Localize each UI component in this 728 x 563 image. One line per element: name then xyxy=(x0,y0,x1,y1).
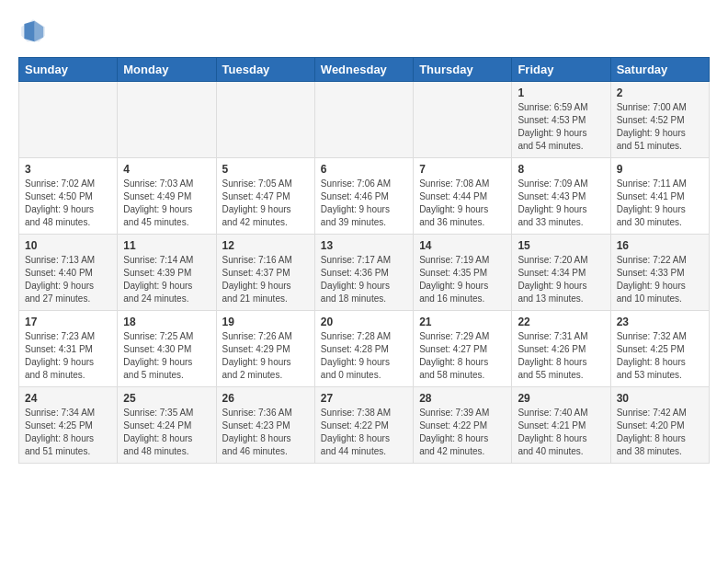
day-number: 21 xyxy=(419,316,506,328)
day-cell: 24Sunrise: 7:34 AM Sunset: 4:25 PM Dayli… xyxy=(19,387,118,464)
day-number: 22 xyxy=(518,316,604,328)
day-cell: 16Sunrise: 7:22 AM Sunset: 4:33 PM Dayli… xyxy=(610,235,709,311)
day-number: 15 xyxy=(518,239,604,252)
day-header-thursday: Thursday xyxy=(414,58,512,82)
day-info: Sunrise: 7:16 AM Sunset: 4:37 PM Dayligh… xyxy=(222,254,309,305)
day-cell: 29Sunrise: 7:40 AM Sunset: 4:21 PM Dayli… xyxy=(512,387,610,464)
day-cell: 22Sunrise: 7:31 AM Sunset: 4:26 PM Dayli… xyxy=(512,311,610,387)
day-number: 9 xyxy=(617,163,703,176)
day-info: Sunrise: 7:00 AM Sunset: 4:52 PM Dayligh… xyxy=(617,101,703,153)
day-info: Sunrise: 7:28 AM Sunset: 4:28 PM Dayligh… xyxy=(321,330,407,382)
day-cell: 17Sunrise: 7:23 AM Sunset: 4:31 PM Dayli… xyxy=(19,311,118,387)
day-number: 29 xyxy=(518,392,604,405)
week-row-3: 17Sunrise: 7:23 AM Sunset: 4:31 PM Dayli… xyxy=(19,311,710,387)
day-info: Sunrise: 7:06 AM Sunset: 4:46 PM Dayligh… xyxy=(321,178,407,229)
day-info: Sunrise: 7:42 AM Sunset: 4:20 PM Dayligh… xyxy=(617,407,703,458)
day-number: 26 xyxy=(222,392,309,405)
day-info: Sunrise: 7:20 AM Sunset: 4:34 PM Dayligh… xyxy=(518,254,604,305)
day-cell: 20Sunrise: 7:28 AM Sunset: 4:28 PM Dayli… xyxy=(314,311,413,387)
day-info: Sunrise: 7:03 AM Sunset: 4:49 PM Dayligh… xyxy=(123,178,210,229)
svg-marker-2 xyxy=(24,21,34,41)
day-cell: 12Sunrise: 7:16 AM Sunset: 4:37 PM Dayli… xyxy=(216,235,314,311)
day-info: Sunrise: 6:59 AM Sunset: 4:53 PM Dayligh… xyxy=(518,101,604,153)
day-number: 30 xyxy=(617,392,703,405)
day-cell: 2Sunrise: 7:00 AM Sunset: 4:52 PM Daylig… xyxy=(610,82,709,158)
day-info: Sunrise: 7:23 AM Sunset: 4:31 PM Dayligh… xyxy=(25,330,111,382)
week-row-1: 3Sunrise: 7:02 AM Sunset: 4:50 PM Daylig… xyxy=(19,158,710,235)
day-cell: 23Sunrise: 7:32 AM Sunset: 4:25 PM Dayli… xyxy=(610,311,709,387)
day-cell: 21Sunrise: 7:29 AM Sunset: 4:27 PM Dayli… xyxy=(414,311,512,387)
day-cell: 4Sunrise: 7:03 AM Sunset: 4:49 PM Daylig… xyxy=(118,158,216,235)
day-info: Sunrise: 7:14 AM Sunset: 4:39 PM Dayligh… xyxy=(123,254,210,305)
day-header-saturday: Saturday xyxy=(610,58,709,82)
day-header-monday: Monday xyxy=(118,58,216,82)
day-info: Sunrise: 7:31 AM Sunset: 4:26 PM Dayligh… xyxy=(518,330,604,382)
day-cell: 3Sunrise: 7:02 AM Sunset: 4:50 PM Daylig… xyxy=(19,158,118,235)
day-info: Sunrise: 7:40 AM Sunset: 4:21 PM Dayligh… xyxy=(518,407,604,458)
day-cell xyxy=(216,82,314,158)
day-number: 27 xyxy=(321,392,407,405)
day-cell xyxy=(414,82,512,158)
day-info: Sunrise: 7:17 AM Sunset: 4:36 PM Dayligh… xyxy=(321,254,407,305)
day-info: Sunrise: 7:39 AM Sunset: 4:22 PM Dayligh… xyxy=(419,407,506,458)
day-header-wednesday: Wednesday xyxy=(314,58,413,82)
day-info: Sunrise: 7:32 AM Sunset: 4:25 PM Dayligh… xyxy=(617,330,703,382)
day-header-sunday: Sunday xyxy=(19,58,118,82)
day-number: 16 xyxy=(617,239,703,252)
day-cell: 15Sunrise: 7:20 AM Sunset: 4:34 PM Dayli… xyxy=(512,235,610,311)
header xyxy=(18,17,710,46)
week-row-4: 24Sunrise: 7:34 AM Sunset: 4:25 PM Dayli… xyxy=(19,387,710,464)
header-row: SundayMondayTuesdayWednesdayThursdayFrid… xyxy=(19,58,710,82)
week-row-0: 1Sunrise: 6:59 AM Sunset: 4:53 PM Daylig… xyxy=(19,82,710,158)
day-number: 1 xyxy=(518,86,604,99)
week-row-2: 10Sunrise: 7:13 AM Sunset: 4:40 PM Dayli… xyxy=(19,235,710,311)
day-number: 7 xyxy=(419,163,506,176)
day-cell: 9Sunrise: 7:11 AM Sunset: 4:41 PM Daylig… xyxy=(610,158,709,235)
day-number: 8 xyxy=(518,163,604,176)
day-cell: 7Sunrise: 7:08 AM Sunset: 4:44 PM Daylig… xyxy=(414,158,512,235)
day-number: 5 xyxy=(222,163,309,176)
day-cell: 6Sunrise: 7:06 AM Sunset: 4:46 PM Daylig… xyxy=(314,158,413,235)
day-info: Sunrise: 7:08 AM Sunset: 4:44 PM Dayligh… xyxy=(419,178,506,229)
day-info: Sunrise: 7:34 AM Sunset: 4:25 PM Dayligh… xyxy=(25,407,111,458)
day-info: Sunrise: 7:09 AM Sunset: 4:43 PM Dayligh… xyxy=(518,178,604,229)
day-cell: 13Sunrise: 7:17 AM Sunset: 4:36 PM Dayli… xyxy=(314,235,413,311)
day-number: 20 xyxy=(321,316,407,328)
day-info: Sunrise: 7:19 AM Sunset: 4:35 PM Dayligh… xyxy=(419,254,506,305)
page: SundayMondayTuesdayWednesdayThursdayFrid… xyxy=(0,0,728,473)
day-info: Sunrise: 7:02 AM Sunset: 4:50 PM Dayligh… xyxy=(25,178,111,229)
day-number: 28 xyxy=(419,392,506,405)
day-cell: 19Sunrise: 7:26 AM Sunset: 4:29 PM Dayli… xyxy=(216,311,314,387)
day-info: Sunrise: 7:05 AM Sunset: 4:47 PM Dayligh… xyxy=(222,178,309,229)
day-number: 23 xyxy=(617,316,703,328)
day-number: 2 xyxy=(617,86,703,99)
calendar-table: SundayMondayTuesdayWednesdayThursdayFrid… xyxy=(18,57,710,464)
day-number: 4 xyxy=(123,163,210,176)
day-number: 12 xyxy=(222,239,309,252)
day-number: 3 xyxy=(25,163,111,176)
day-cell xyxy=(314,82,413,158)
day-cell: 5Sunrise: 7:05 AM Sunset: 4:47 PM Daylig… xyxy=(216,158,314,235)
day-cell: 8Sunrise: 7:09 AM Sunset: 4:43 PM Daylig… xyxy=(512,158,610,235)
day-info: Sunrise: 7:25 AM Sunset: 4:30 PM Dayligh… xyxy=(123,330,210,382)
day-cell: 25Sunrise: 7:35 AM Sunset: 4:24 PM Dayli… xyxy=(118,387,216,464)
day-number: 18 xyxy=(123,316,210,328)
day-number: 13 xyxy=(321,239,407,252)
day-cell: 14Sunrise: 7:19 AM Sunset: 4:35 PM Dayli… xyxy=(414,235,512,311)
day-cell: 10Sunrise: 7:13 AM Sunset: 4:40 PM Dayli… xyxy=(19,235,118,311)
day-cell: 27Sunrise: 7:38 AM Sunset: 4:22 PM Dayli… xyxy=(314,387,413,464)
day-cell: 26Sunrise: 7:36 AM Sunset: 4:23 PM Dayli… xyxy=(216,387,314,464)
day-info: Sunrise: 7:36 AM Sunset: 4:23 PM Dayligh… xyxy=(222,407,309,458)
day-header-tuesday: Tuesday xyxy=(216,58,314,82)
day-info: Sunrise: 7:11 AM Sunset: 4:41 PM Dayligh… xyxy=(617,178,703,229)
day-cell: 18Sunrise: 7:25 AM Sunset: 4:30 PM Dayli… xyxy=(118,311,216,387)
day-number: 25 xyxy=(123,392,210,405)
day-info: Sunrise: 7:26 AM Sunset: 4:29 PM Dayligh… xyxy=(222,330,309,382)
day-cell: 1Sunrise: 6:59 AM Sunset: 4:53 PM Daylig… xyxy=(512,82,610,158)
day-info: Sunrise: 7:29 AM Sunset: 4:27 PM Dayligh… xyxy=(419,330,506,382)
day-cell: 30Sunrise: 7:42 AM Sunset: 4:20 PM Dayli… xyxy=(610,387,709,464)
day-number: 10 xyxy=(25,239,111,252)
day-info: Sunrise: 7:22 AM Sunset: 4:33 PM Dayligh… xyxy=(617,254,703,305)
day-info: Sunrise: 7:38 AM Sunset: 4:22 PM Dayligh… xyxy=(321,407,407,458)
day-number: 11 xyxy=(123,239,210,252)
